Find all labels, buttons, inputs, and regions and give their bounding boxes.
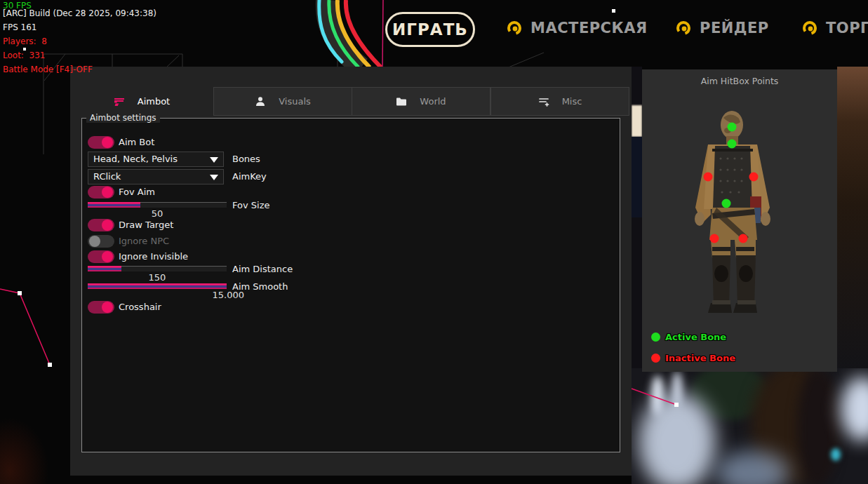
bones-label: Bones <box>232 154 260 164</box>
fov-aim-row: Fov Aim <box>88 186 114 199</box>
hitbox-point-left-thigh <box>710 234 719 243</box>
ignore-npc-row: Ignore NPC <box>88 235 114 248</box>
menu-item-label: МАСТЕРСКАЯ <box>530 20 648 36</box>
fov-size-label: Fov Size <box>232 200 269 210</box>
aim-smooth-value: 15.000 <box>105 290 244 300</box>
pistol-icon <box>114 96 125 107</box>
hitbox-point-right-thigh <box>739 234 748 243</box>
inactive-bone-dot <box>651 354 660 363</box>
hitbox-panel: Aim HitBox Points <box>642 69 837 372</box>
menu-item-raider[interactable]: РЕЙДЕР <box>676 20 769 36</box>
hitbox-point-right-arm <box>749 173 759 182</box>
tab-label: Visuals <box>279 96 311 107</box>
aim-bot-toggle[interactable] <box>88 136 114 149</box>
aim-bot-label: Aim Bot <box>119 137 154 147</box>
aimkey-label: AimKey <box>232 171 267 182</box>
ignore-invisible-label: Ignore Invisible <box>119 251 188 262</box>
hitbox-point-neck <box>728 140 737 149</box>
loot-count: Loot: 331 <box>3 48 156 62</box>
ignore-npc-toggle[interactable] <box>88 235 114 248</box>
tab-label: Misc <box>562 96 582 107</box>
tab-label: Aimbot <box>138 96 170 107</box>
esp-line-bottom-right <box>630 384 686 412</box>
tab-aimbot[interactable]: Aimbot <box>72 87 211 116</box>
menu-item-label: ТОРГО <box>826 20 868 36</box>
fov-aim-toggle[interactable] <box>88 186 114 199</box>
legend-inactive-bone: Inactive Bone <box>651 353 735 363</box>
coil-icon <box>676 20 691 36</box>
inactive-bone-label: Inactive Bone <box>665 353 735 363</box>
tab-visuals[interactable]: Visuals <box>213 87 352 116</box>
battle-mode-status: Battle Mode [F4]-OFF <box>3 62 156 76</box>
active-bone-dot <box>651 332 660 342</box>
draw-target-label: Draw Target <box>119 220 173 230</box>
debug-hud: 30 FPS [ARC] Build (Dec 28 2025, 09:43:3… <box>3 0 156 76</box>
game-background-corner <box>0 417 49 484</box>
aim-smooth-slider[interactable] <box>88 283 227 289</box>
hitbox-points-layer <box>642 69 837 372</box>
crosshair-label: Crosshair <box>119 302 161 312</box>
fps-label: FPS 161 <box>3 20 156 34</box>
aim-distance-label: Aim Distance <box>232 264 293 274</box>
menu-item-trade[interactable]: ТОРГО <box>802 20 868 36</box>
draw-target-row: Draw Target <box>88 219 114 231</box>
crosshair-row: Crosshair <box>88 301 114 314</box>
coil-icon <box>507 20 522 36</box>
aimkey-dropdown[interactable]: RClick <box>88 169 224 184</box>
person-icon <box>255 96 266 107</box>
ignore-invisible-toggle[interactable] <box>88 250 114 263</box>
game-background-gap-strip <box>632 67 642 372</box>
draw-target-toggle[interactable] <box>88 219 114 231</box>
ignore-invisible-row: Ignore Invisible <box>88 250 114 263</box>
legend-active-bone: Active Bone <box>651 332 726 342</box>
aimkey-dropdown-value: RClick <box>93 171 121 182</box>
esp-polyline-left <box>0 270 63 379</box>
aim-bot-row: Aim Bot <box>88 136 114 149</box>
chevron-down-icon <box>210 157 218 163</box>
ignore-npc-label: Ignore NPC <box>119 236 169 246</box>
hitbox-point-pelvis <box>722 199 731 208</box>
coil-icon <box>802 20 817 36</box>
players-count: Players: 8 <box>3 34 156 48</box>
fov-aim-label: Fov Aim <box>119 187 155 197</box>
hitbox-point-left-arm <box>704 173 713 182</box>
menu-item-workshop[interactable]: МАСТЕРСКАЯ <box>507 20 648 36</box>
cheat-menu-panel: Aimbot Visuals World Misc Aimbot setting… <box>70 67 632 476</box>
chevron-down-icon <box>210 175 218 180</box>
active-bone-label: Active Bone <box>665 332 726 342</box>
fov-size-slider[interactable] <box>88 202 227 208</box>
crosshair-toggle[interactable] <box>88 301 114 314</box>
menu-item-label: РЕЙДЕР <box>700 20 769 36</box>
tab-label: World <box>420 96 446 107</box>
aimbot-settings-group: Aimbot settings Aim Bot Head, Neck, Pelv… <box>81 118 620 452</box>
play-button[interactable]: ИГРАТЬ <box>385 12 475 47</box>
aim-distance-value: 150 <box>88 272 227 283</box>
group-title: Aimbot settings <box>86 113 160 123</box>
tab-world[interactable]: World <box>352 87 490 116</box>
bones-dropdown-value: Head, Neck, Pelvis <box>93 154 178 164</box>
hitbox-point-head <box>728 123 737 132</box>
aim-distance-slider[interactable] <box>88 266 227 271</box>
bones-dropdown[interactable]: Head, Neck, Pelvis <box>88 152 224 167</box>
build-info: [ARC] Build (Dec 28 2025, 09:43:38) <box>3 6 156 20</box>
list-plus-icon <box>538 96 549 107</box>
fov-size-value: 50 <box>88 208 227 219</box>
tab-misc[interactable]: Misc <box>490 87 629 116</box>
folder-icon <box>396 96 407 107</box>
game-background-right-strip <box>837 67 868 372</box>
